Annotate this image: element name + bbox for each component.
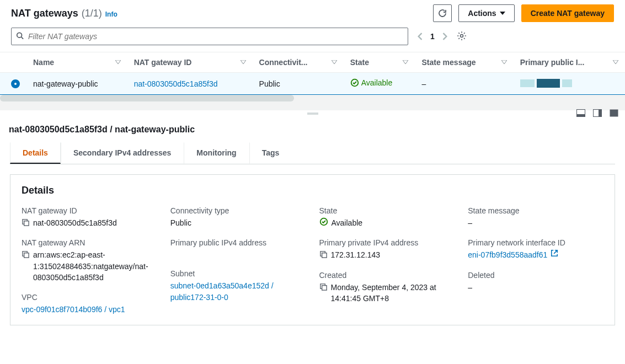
svg-rect-7 bbox=[610, 110, 618, 117]
card-title: Details bbox=[22, 185, 603, 196]
page-number: 1 bbox=[430, 32, 435, 41]
check-circle-icon bbox=[319, 217, 328, 226]
sort-icon bbox=[613, 60, 618, 65]
title-text: NAT gateways bbox=[11, 8, 78, 19]
detail-heading: nat-0803050d5c1a85f3d / nat-gateway-publ… bbox=[0, 117, 625, 137]
nat-gateways-table: Name NAT gateway ID Connectivit... State… bbox=[0, 52, 625, 95]
cell-state: Available bbox=[350, 78, 393, 87]
tab-monitoring[interactable]: Monitoring bbox=[184, 142, 249, 164]
page-title: NAT gateways (1/1) Info bbox=[11, 8, 117, 19]
refresh-button[interactable] bbox=[433, 4, 452, 22]
field-value: nat-0803050d5c1a85f3d bbox=[33, 217, 117, 228]
svg-point-1 bbox=[460, 34, 463, 37]
field-label: State message bbox=[468, 206, 603, 215]
copy-icon[interactable] bbox=[22, 218, 30, 227]
search-wrap bbox=[11, 28, 408, 45]
col-connectivity[interactable]: Connectivit... bbox=[253, 52, 344, 73]
panel-layout-full-button[interactable] bbox=[610, 109, 618, 119]
field-value: Public bbox=[170, 217, 191, 228]
table-row[interactable]: nat-gateway-public nat-0803050d5c1a85f3d… bbox=[0, 73, 625, 95]
cell-state-msg: – bbox=[415, 73, 513, 95]
detail-tabs: Details Secondary IPv4 addresses Monitor… bbox=[10, 142, 615, 164]
actions-label: Actions bbox=[468, 9, 496, 18]
cell-name: nat-gateway-public bbox=[26, 73, 127, 95]
svg-rect-8 bbox=[24, 221, 29, 226]
refresh-icon bbox=[438, 9, 447, 18]
svg-point-0 bbox=[17, 33, 22, 38]
field-value: Monday, September 4, 2023 at 14:41:45 GM… bbox=[331, 282, 455, 304]
actions-button[interactable]: Actions bbox=[458, 4, 514, 22]
copy-icon[interactable] bbox=[22, 250, 30, 259]
sort-icon bbox=[115, 60, 121, 65]
field-label: Subnet bbox=[170, 269, 306, 278]
field-value: – bbox=[468, 217, 472, 228]
check-circle-icon bbox=[350, 78, 359, 87]
field-label: Primary public IPv4 address bbox=[170, 238, 306, 247]
svg-rect-9 bbox=[24, 253, 29, 258]
col-state[interactable]: State bbox=[344, 52, 415, 73]
settings-button[interactable] bbox=[457, 31, 467, 42]
cell-id-link[interactable]: nat-0803050d5c1a85f3d bbox=[134, 79, 218, 88]
vpc-link[interactable]: vpc-09f01c8f7014b09f6 / vpc1 bbox=[22, 304, 125, 315]
drag-handle-icon bbox=[307, 113, 318, 115]
svg-rect-12 bbox=[322, 285, 326, 290]
details-card: Details NAT gateway ID nat-0803050d5c1a8… bbox=[10, 174, 615, 325]
pager: 1 bbox=[417, 32, 448, 41]
row-radio[interactable] bbox=[11, 79, 20, 88]
horizontal-scrollbar[interactable] bbox=[0, 95, 625, 101]
svg-rect-6 bbox=[599, 110, 602, 117]
field-label: Connectivity type bbox=[170, 206, 306, 215]
subnet-link[interactable]: subnet-0ed1a63a50a4e152d / public172-31-… bbox=[170, 280, 306, 303]
create-button-label: Create NAT gateway bbox=[531, 9, 605, 18]
eni-link[interactable]: eni-07fb9f3d558aadf61 bbox=[468, 249, 547, 260]
prev-page-icon[interactable] bbox=[417, 33, 423, 40]
col-id[interactable]: NAT gateway ID bbox=[127, 52, 253, 73]
next-page-icon[interactable] bbox=[442, 33, 448, 40]
col-name[interactable]: Name bbox=[26, 52, 127, 73]
tab-secondary-ipv4[interactable]: Secondary IPv4 addresses bbox=[61, 142, 184, 164]
filter-input[interactable] bbox=[12, 28, 408, 45]
col-primary-public-ip[interactable]: Primary public I... bbox=[514, 52, 625, 73]
search-icon bbox=[16, 32, 24, 41]
field-label: NAT gateway ARN bbox=[22, 238, 157, 247]
svg-rect-4 bbox=[577, 114, 585, 117]
tab-tags[interactable]: Tags bbox=[249, 142, 292, 164]
sort-icon bbox=[501, 60, 507, 65]
field-label: Created bbox=[319, 271, 455, 280]
field-label: Deleted bbox=[468, 271, 603, 280]
tab-details[interactable]: Details bbox=[10, 142, 61, 164]
col-state-message[interactable]: State message bbox=[415, 52, 513, 73]
field-label: State bbox=[319, 206, 455, 215]
sort-icon bbox=[403, 60, 408, 65]
cell-primary-public-ip bbox=[514, 73, 625, 95]
svg-rect-11 bbox=[322, 253, 326, 258]
gear-icon bbox=[457, 31, 467, 41]
cell-connectivity: Public bbox=[253, 73, 344, 95]
field-label: Primary network interface ID bbox=[468, 238, 603, 247]
copy-icon[interactable] bbox=[319, 283, 328, 291]
sort-icon bbox=[332, 60, 337, 65]
external-link-icon bbox=[551, 249, 558, 257]
title-count: (1/1) bbox=[82, 8, 102, 19]
field-label: NAT gateway ID bbox=[22, 206, 157, 215]
create-nat-gateway-button[interactable]: Create NAT gateway bbox=[521, 4, 614, 22]
split-drag-handle[interactable] bbox=[0, 110, 625, 117]
copy-icon[interactable] bbox=[319, 250, 328, 259]
field-value: 172.31.12.143 bbox=[331, 249, 381, 260]
caret-down-icon bbox=[500, 12, 505, 15]
field-label: Primary private IPv4 address bbox=[319, 238, 455, 247]
panel-layout-side-button[interactable] bbox=[593, 109, 602, 119]
col-select bbox=[0, 52, 26, 73]
info-link[interactable]: Info bbox=[105, 10, 117, 18]
panel-layout-bottom-button[interactable] bbox=[576, 109, 585, 119]
field-value: – bbox=[468, 282, 472, 293]
field-label: VPC bbox=[22, 293, 157, 302]
field-value: arn:aws:ec2:ap-east-1:315024884635:natga… bbox=[33, 249, 157, 283]
field-value: Available bbox=[332, 217, 363, 228]
sort-icon bbox=[241, 60, 246, 65]
